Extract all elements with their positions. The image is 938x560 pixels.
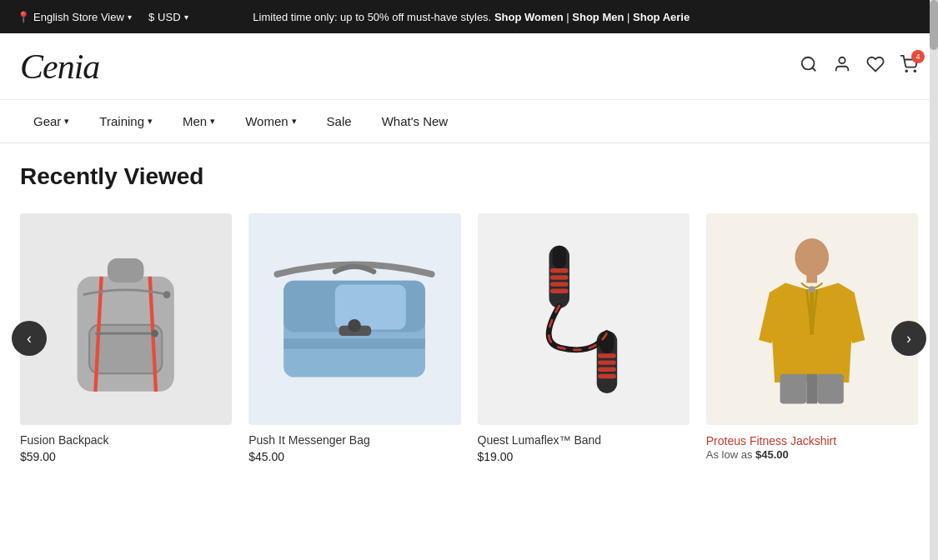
recently-viewed-title: Recently Viewed — [20, 163, 918, 190]
currency-selector[interactable]: $ USD ▾ — [148, 11, 188, 23]
product-image-placeholder — [706, 213, 918, 425]
svg-rect-17 — [283, 338, 425, 348]
product-price: $45.00 — [248, 450, 460, 463]
product-info-jackshirt: Proteus Fitness Jackshirt As low as $45.… — [706, 433, 918, 461]
svg-point-18 — [349, 319, 361, 332]
main-nav: Gear ▾ Training ▾ Men ▾ Women ▾ Sale Wha… — [0, 100, 938, 143]
nav-women-chevron-icon: ▾ — [292, 116, 297, 127]
scrollbar-thumb[interactable] — [930, 0, 938, 50]
banner-left: 📍 English Store View ▾ $ USD ▾ — [17, 11, 188, 23]
svg-rect-6 — [108, 258, 144, 282]
svg-rect-36 — [807, 374, 818, 404]
messenger-bag-illustration — [264, 229, 444, 409]
nav-item-women[interactable]: Women ▾ — [232, 102, 309, 140]
nav-whats-new-label: What's New — [382, 114, 449, 128]
nav-gear-label: Gear — [33, 114, 61, 128]
svg-point-11 — [152, 330, 159, 338]
nav-training-chevron-icon: ▾ — [148, 116, 153, 127]
promo-text: Limited time only: up to 50% off must-ha… — [253, 11, 491, 23]
product-price: $19.00 — [478, 450, 690, 463]
svg-point-31 — [795, 239, 830, 278]
carousel-wrapper: ‹ — [20, 213, 918, 463]
svg-rect-35 — [817, 374, 844, 404]
shop-aerie-link[interactable]: Shop Aerie — [633, 11, 690, 23]
scrollbar-track[interactable] — [930, 0, 938, 497]
product-name-link[interactable]: Proteus Fitness Jackshirt — [706, 434, 836, 448]
band-illustration — [504, 240, 663, 399]
product-info-lumaflex-band: Quest Lumaflex™ Band $19.00 — [478, 433, 690, 463]
nav-item-whats-new[interactable]: What's New — [369, 102, 462, 140]
nav-men-chevron-icon: ▾ — [210, 116, 215, 127]
product-image-jackshirt — [706, 213, 918, 425]
language-chevron-icon: ▾ — [128, 12, 132, 22]
as-low-as-label: As low as — [706, 448, 753, 461]
header: Cenia 4 — [0, 33, 938, 100]
product-name: Push It Messenger Bag — [248, 433, 460, 447]
shop-men-link[interactable]: Shop Men — [572, 11, 624, 23]
language-label: English Store View — [33, 11, 124, 23]
product-price-special: As low as $45.00 — [706, 448, 918, 461]
svg-rect-20 — [553, 246, 566, 268]
product-info-messenger-bag: Push It Messenger Bag $45.00 — [248, 433, 460, 463]
separator-2: | — [627, 11, 633, 23]
svg-rect-22 — [550, 275, 569, 279]
product-card[interactable]: Quest Lumaflex™ Band $19.00 — [478, 213, 690, 463]
shop-women-link[interactable]: Shop Women — [494, 11, 564, 23]
carousel-prev-button[interactable]: ‹ — [12, 321, 47, 356]
svg-point-12 — [163, 292, 171, 299]
product-image-fusion-backpack — [20, 213, 232, 425]
product-card[interactable]: Proteus Fitness Jackshirt As low as $45.… — [706, 213, 918, 463]
nav-item-men[interactable]: Men ▾ — [169, 102, 228, 140]
nav-item-gear[interactable]: Gear ▾ — [20, 102, 83, 140]
user-icon — [833, 55, 851, 73]
svg-rect-15 — [335, 284, 406, 329]
jacket-illustration — [727, 234, 896, 403]
account-button[interactable] — [833, 55, 851, 78]
product-image-placeholder — [248, 213, 460, 425]
currency-label: USD — [158, 11, 180, 23]
chevron-right-icon: › — [906, 330, 911, 348]
svg-rect-29 — [598, 367, 616, 371]
svg-point-0 — [802, 58, 815, 70]
nav-item-training[interactable]: Training ▾ — [86, 102, 166, 140]
product-card[interactable]: Fusion Backpack $59.00 — [20, 213, 232, 463]
nav-gear-chevron-icon: ▾ — [64, 116, 69, 127]
product-info-fusion-backpack: Fusion Backpack $59.00 — [20, 433, 232, 463]
svg-point-4 — [914, 70, 915, 72]
nav-men-label: Men — [183, 114, 207, 128]
search-button[interactable] — [800, 55, 818, 78]
svg-rect-28 — [598, 360, 616, 364]
nav-women-label: Women — [245, 114, 288, 128]
logo[interactable]: Cenia — [20, 47, 99, 87]
heart-icon — [866, 55, 885, 73]
svg-point-2 — [839, 58, 845, 63]
svg-point-37 — [809, 287, 815, 293]
backpack-illustration — [41, 234, 210, 403]
location-icon: 📍 — [17, 11, 30, 23]
product-image-placeholder — [20, 213, 232, 425]
main-content: Recently Viewed ‹ — [0, 143, 938, 497]
svg-point-3 — [905, 70, 907, 72]
svg-rect-24 — [550, 288, 569, 292]
svg-rect-32 — [807, 272, 818, 283]
product-image-messenger-bag — [248, 213, 460, 425]
svg-line-1 — [812, 68, 815, 71]
nav-item-sale[interactable]: Sale — [314, 102, 365, 140]
banner-promo: Limited time only: up to 50% off must-ha… — [188, 11, 755, 23]
language-selector[interactable]: 📍 English Store View ▾ — [17, 11, 132, 23]
products-grid: Fusion Backpack $59.00 — [20, 213, 918, 463]
svg-rect-30 — [598, 374, 616, 378]
carousel-next-button[interactable]: › — [891, 321, 926, 356]
cart-button[interactable]: 4 — [900, 55, 918, 78]
nav-sale-label: Sale — [327, 114, 352, 128]
product-image-placeholder — [478, 213, 690, 425]
header-icons: 4 — [800, 55, 918, 78]
svg-rect-23 — [550, 282, 569, 286]
product-card[interactable]: Push It Messenger Bag $45.00 — [248, 213, 460, 463]
wishlist-button[interactable] — [866, 55, 885, 78]
search-icon — [800, 55, 818, 73]
svg-rect-27 — [598, 353, 616, 358]
svg-rect-33 — [810, 290, 814, 336]
top-banner: 📍 English Store View ▾ $ USD ▾ Limited t… — [0, 0, 938, 33]
product-price: $59.00 — [20, 450, 232, 463]
